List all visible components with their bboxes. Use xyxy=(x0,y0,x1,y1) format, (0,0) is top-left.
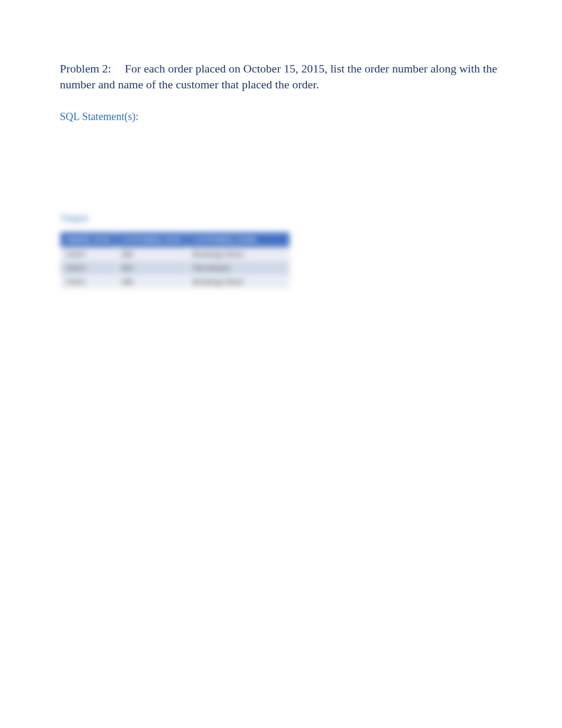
table-cell: 21613 xyxy=(60,261,116,275)
table-row: 21610 408 Brookings Direct xyxy=(60,248,290,261)
table-cell: The Almond xyxy=(187,261,290,275)
table-cell: Brookings Direct xyxy=(187,248,290,261)
table-row: 21613 525 The Almond xyxy=(60,261,290,275)
problem-text: For each order placed on October 15, 201… xyxy=(60,62,497,91)
table-header: ORDER_NUM xyxy=(60,232,116,248)
table-row: 21614 408 Brookings Direct xyxy=(60,275,290,289)
table-header-row: ORDER_NUM CUSTOMER_NUM CUSTOMER_NAME xyxy=(60,232,290,248)
sql-statements-label: SQL Statement(s): xyxy=(60,111,502,123)
table-cell: 408 xyxy=(116,248,187,261)
problem-label: Problem 2: xyxy=(60,62,111,75)
table-cell: 408 xyxy=(116,275,187,289)
table-cell: 525 xyxy=(116,261,187,275)
table-header: CUSTOMER_NUM xyxy=(116,232,187,248)
table-cell: 21610 xyxy=(60,248,116,261)
output-label: Output: xyxy=(60,213,502,224)
output-section: Output: ORDER_NUM CUSTOMER_NUM CUSTOMER_… xyxy=(60,213,502,289)
table-cell: 21614 xyxy=(60,275,116,289)
table-header: CUSTOMER_NAME xyxy=(187,232,290,248)
problem-statement: Problem 2: For each order placed on Octo… xyxy=(60,61,502,92)
results-table: ORDER_NUM CUSTOMER_NUM CUSTOMER_NAME 216… xyxy=(60,232,290,289)
table-cell: Brookings Direct xyxy=(187,275,290,289)
